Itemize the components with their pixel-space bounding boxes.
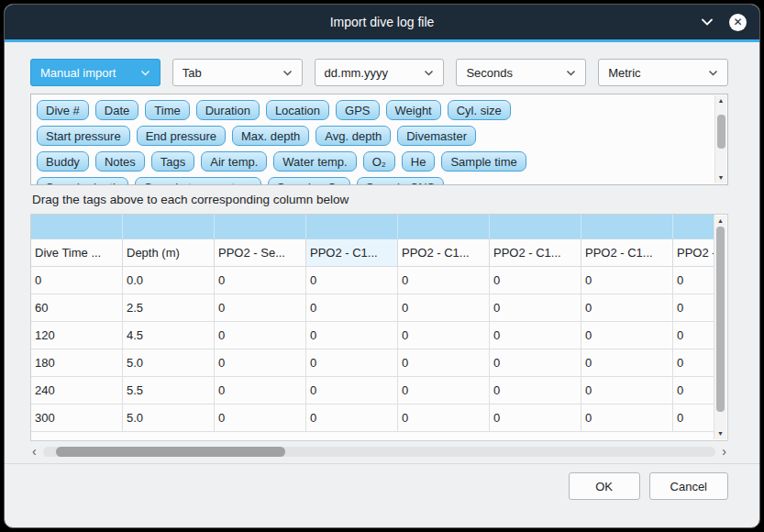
table-cell: 0 [398,267,490,294]
table-cell: 0 [490,322,581,349]
field-tag[interactable]: Sample time [441,151,526,172]
tag-pool-scrollbar[interactable]: ▲ ▼ [714,95,726,183]
import-dive-log-dialog: Import dive log file ✕ Manual import Tab [4,4,760,528]
ok-button[interactable]: OK [569,472,640,500]
field-tag[interactable]: GPS [336,100,379,120]
field-tag[interactable]: Max. depth [232,126,309,146]
table-scrollbar-horizontal[interactable]: ‹ › [30,445,728,458]
chevron-down-icon [566,70,576,76]
table-cell: 0 [306,405,398,432]
scrollbar-thumb[interactable] [56,447,284,457]
column-drop-target[interactable] [215,215,306,238]
field-separator-select[interactable]: Tab [172,59,303,86]
column-drop-target[interactable] [490,215,581,238]
column-drop-target[interactable] [581,215,673,238]
field-tag[interactable]: O₂ [363,151,395,172]
scroll-down-icon[interactable]: ▼ [718,174,725,182]
table-cell: 0 [398,322,490,349]
table-row: 00.0000000 [31,267,714,294]
field-tag[interactable]: Sample temperature [135,177,261,185]
table-row: 1204.5000000 [31,322,714,349]
field-tag[interactable]: End pressure [137,126,226,146]
duration-format-select[interactable]: Seconds [456,59,586,86]
tag-row: Sample depthSample temperatureSample pO₂… [37,177,709,185]
titlebar[interactable]: Import dive log file ✕ [5,5,759,39]
scrollbar-track[interactable] [43,447,716,457]
field-tag[interactable]: Location [266,100,329,120]
field-tag[interactable]: Duration [196,100,260,120]
scrollbar-thumb[interactable] [717,115,725,149]
field-tag[interactable]: Sample depth [37,177,128,185]
chevron-down-icon [708,70,718,76]
scrollbar-thumb[interactable] [716,227,725,412]
table-cell: 0 [215,322,306,349]
cancel-button[interactable]: Cancel [649,472,728,500]
field-tag[interactable]: Water temp. [273,151,356,172]
column-header[interactable]: Dive Time ... [31,239,123,267]
field-tag[interactable]: Tags [151,151,194,172]
tag-rows: Dive #DateTimeDurationLocationGPSWeightC… [31,94,727,185]
table-cell: 5.0 [123,349,215,377]
table-cell: 0 [581,349,673,377]
column-header[interactable]: PPO2 - C1... [490,239,581,267]
field-tag[interactable]: Date [95,100,138,120]
table-cell: 0 [306,377,398,405]
date-format-select[interactable]: dd.mm.yyyy [315,59,445,86]
drop-row [31,215,714,239]
field-tag[interactable]: Weight [386,100,441,120]
column-header[interactable]: Depth (m) [123,239,215,267]
column-header[interactable]: PPO2 - C1... [306,239,398,267]
table-row: 2405.5000000 [31,377,714,405]
scrollbar-track[interactable] [717,106,725,172]
field-tag[interactable]: Start pressure [37,126,130,146]
scroll-left-icon[interactable]: ‹ [30,445,39,458]
table-cell: 0 [673,267,714,294]
table-cell: 0 [306,267,398,294]
column-header[interactable]: PPO2 - Se... [215,239,306,267]
field-tag[interactable]: Sample CNS [357,177,444,185]
table-cell: 0 [490,267,581,294]
table-row: 3005.0000000 [31,405,714,432]
close-icon[interactable]: ✕ [729,14,747,31]
scroll-up-icon[interactable]: ▲ [717,217,724,225]
field-tag[interactable]: Buddy [37,151,89,172]
field-tag[interactable]: Time [145,100,189,120]
field-tag[interactable]: Cyl. size [448,100,511,120]
table-cell: 0 [215,294,306,322]
scroll-right-icon[interactable]: › [720,445,728,458]
table-cell: 5.0 [123,405,215,432]
scroll-up-icon[interactable]: ▲ [718,97,725,105]
table-cell: 5.5 [123,377,215,405]
field-tag[interactable]: Sample pO₂ [268,177,350,185]
field-tag[interactable]: He [402,151,436,172]
table-cell: 0 [581,405,673,432]
table-cell: 0.0 [123,267,215,294]
column-header[interactable]: PPO2 - C1... [398,239,490,267]
column-header[interactable]: PPO2 - C1... [581,239,673,267]
window-title: Import dive log file [5,5,759,39]
field-tag[interactable]: Air temp. [201,151,267,172]
field-tag[interactable]: Avg. depth [316,126,391,146]
column-drop-target[interactable] [673,215,714,238]
table-cell: 0 [490,349,581,377]
table-scrollbar-vertical[interactable]: ▲ ▼ [714,216,726,439]
field-tag[interactable]: Dive # [37,100,89,120]
column-drop-target[interactable] [31,215,123,238]
header-row: Dive Time ...Depth (m)PPO2 - Se...PPO2 -… [31,239,714,267]
preview-table: Dive Time ...Depth (m)PPO2 - Se...PPO2 -… [30,214,728,441]
import-mode-select[interactable]: Manual import [30,59,161,86]
units-select[interactable]: Metric [598,59,728,86]
column-drop-target[interactable] [306,215,398,238]
field-tag[interactable]: Divemaster [397,126,476,146]
chevron-down-icon[interactable] [700,17,714,27]
scroll-down-icon[interactable]: ▼ [717,430,724,438]
table-cell: 0 [490,294,581,322]
table-cell: 180 [31,349,123,377]
table-row: 1805.0000000 [31,349,714,377]
scrollbar-track[interactable] [716,227,725,428]
column-drop-target[interactable] [398,215,490,238]
field-tag[interactable]: Notes [95,151,145,172]
table-cell: 4.5 [123,322,215,349]
column-drop-target[interactable] [123,215,215,238]
column-header[interactable]: PPO2 - C1... [673,239,714,267]
